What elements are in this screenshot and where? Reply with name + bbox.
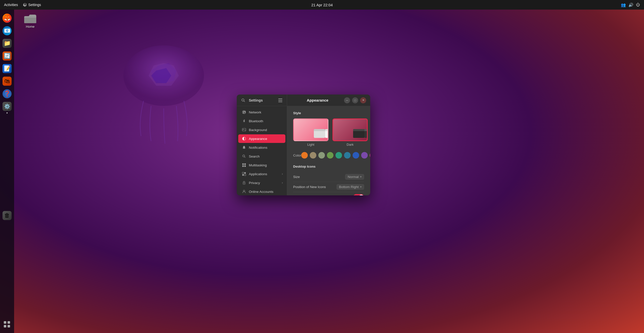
minimize-button[interactable]: ─ [344,97,350,103]
svg-line-7 [244,101,245,102]
power-menu-icon[interactable]: ⏻ [636,3,640,7]
svg-rect-15 [244,165,246,167]
notifications-icon [242,145,246,150]
hamburger-line-3 [278,102,282,102]
sidebar-item-appearance[interactable]: Appearance [238,134,285,143]
settings-app-label: Settings [28,3,41,7]
style-selector: Light [293,118,364,146]
volume-icon[interactable]: 🔊 [628,3,633,7]
size-dropdown[interactable]: Normal ▾ [345,174,364,180]
color-swatch-prussian[interactable] [344,152,351,159]
svg-line-11 [245,157,246,158]
color-swatch-blue[interactable] [353,152,359,159]
personal-folder-toggle[interactable] [353,194,364,195]
desktop-icon-home[interactable]: Home [20,13,40,28]
style-dark-label: Dark [347,143,353,146]
personal-folder-toggle-row: Show Personal folder [293,192,364,195]
dark-back-body [353,131,364,138]
sidebar-item-notifications[interactable]: Notifications [238,143,285,152]
color-swatch-bark[interactable] [310,152,316,159]
topbar: Activities Settings 21 Apr 22:04 👥 🔊 ⏻ [0,0,644,10]
style-option-light[interactable]: Light [293,118,328,146]
settings-title-area: Appearance ─ □ ✕ [287,97,370,103]
color-swatch-olive[interactable] [327,152,333,159]
window-controls: ─ □ ✕ [344,97,366,103]
sidebar-multitasking-label: Multitasking [249,163,267,167]
sidebar-item-background[interactable]: Background [238,126,285,134]
settings-menu-button[interactable] [277,97,284,104]
svg-point-21 [244,183,244,184]
dock-item-settings[interactable]: ⚙️ [2,101,13,112]
svg-point-6 [242,99,244,101]
close-icon: ✕ [362,99,364,102]
position-dropdown[interactable]: Bottom Right ▾ [336,184,364,190]
sidebar-privacy-label: Privacy [249,181,260,185]
light-front-titlebar [325,129,328,131]
svg-rect-1 [24,18,36,23]
position-label: Position of New Icons [293,185,326,189]
desktop: Activities Settings 21 Apr 22:04 👥 🔊 ⏻ 🦊… [0,0,644,333]
settings-content: Style [287,106,370,195]
dark-back-titlebar [353,129,364,131]
dock-item-trash[interactable]: 🗑 [2,210,13,221]
svg-rect-13 [244,163,246,165]
style-preview-dark [332,118,368,141]
people-icon[interactable]: 👥 [621,3,626,7]
dock-item-firefox[interactable]: 🦊 [2,13,13,24]
dock-item-writer[interactable]: 📝 [2,63,13,74]
applications-icon [242,172,246,176]
dock-show-apps[interactable] [2,319,13,330]
topbar-left: Activities Settings [4,3,41,7]
position-value: Bottom Right [339,185,359,189]
style-light-label: Light [307,143,314,146]
multitasking-icon [242,163,246,167]
style-option-dark[interactable]: Dark [332,118,368,146]
sidebar-item-network[interactable]: Network [238,108,285,116]
network-icon [242,110,246,114]
dock-item-livepatch[interactable]: 🔄 [2,50,13,62]
maximize-icon: □ [354,99,356,102]
sidebar-item-applications[interactable]: Applications › [238,170,285,178]
dock-item-files[interactable]: 📁 [2,38,13,49]
sidebar-item-search[interactable]: Search [238,152,285,161]
settings-sidebar: Network Bluetooth Background [237,106,287,195]
chevron-down-icon: ▾ [360,175,362,178]
settings-titlebar: Settings Appearance ─ □ ✕ [237,95,370,106]
sidebar-item-privacy[interactable]: Privacy › [238,178,285,187]
settings-window: Settings Appearance ─ □ ✕ [237,95,370,195]
light-front-body [325,131,328,138]
settings-app-title: Settings [249,98,275,102]
minimize-icon: ─ [346,99,348,102]
dock-item-help[interactable]: ❓ [2,88,13,99]
position-setting-row: Position of New Icons Bottom Right ▾ [293,182,364,192]
settings-app-indicator: Settings [23,3,41,7]
color-swatch-magenta[interactable] [370,152,370,159]
sidebar-bluetooth-label: Bluetooth [249,119,263,123]
topbar-right: 👥 🔊 ⏻ [621,3,640,7]
dock-item-appcenter[interactable]: 🛍 [2,76,13,87]
settings-search-button[interactable] [240,97,247,104]
sidebar-item-multitasking[interactable]: Multitasking [238,161,285,169]
color-swatch-purple[interactable] [361,152,368,159]
color-swatch-viridian[interactable] [335,152,342,159]
gear-icon [23,3,27,7]
online-accounts-icon [242,189,246,194]
sidebar-item-online-accounts[interactable]: Online Accounts [238,187,285,195]
maximize-button[interactable]: □ [352,97,358,103]
activities-button[interactable]: Activities [4,3,18,7]
privacy-icon [242,180,246,185]
size-label: Size [293,175,300,179]
color-swatch-sage[interactable] [318,152,325,159]
close-button[interactable]: ✕ [360,97,366,103]
sidebar-search-label: Search [249,155,260,158]
settings-body: Network Bluetooth Background [237,106,370,195]
color-swatch-orange[interactable] [301,152,308,159]
dock-item-thunderbird[interactable]: 📧 [2,25,13,36]
toggle-knob [359,195,364,195]
sidebar-item-bluetooth[interactable]: Bluetooth [238,117,285,125]
sidebar-network-label: Network [249,110,261,114]
settings-sidebar-header: Settings [237,95,287,106]
svg-rect-14 [242,165,244,167]
light-window-back [314,129,325,138]
sidebar-appearance-label: Appearance [249,137,267,141]
